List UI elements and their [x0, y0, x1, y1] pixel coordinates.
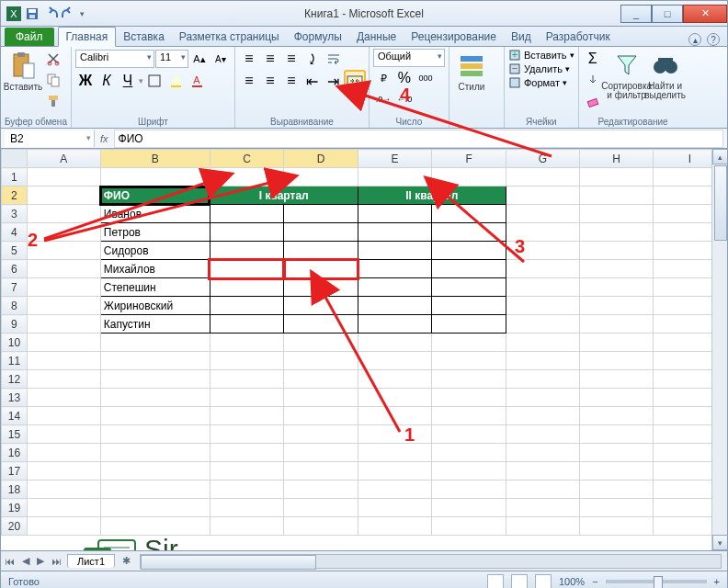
sheet-nav-first[interactable]: ⏮ [1, 556, 18, 567]
sheet-nav-prev[interactable]: ◀ [18, 555, 33, 567]
vertical-scrollbar[interactable]: ▴ ▾ [711, 149, 727, 550]
view-page-break-button[interactable] [535, 574, 552, 589]
worksheet-grid[interactable]: A B C D E F G H I 1 2ФИОI кварталII квар… [0, 149, 728, 551]
save-icon[interactable] [25, 6, 40, 21]
merge-center-button[interactable] [345, 71, 365, 91]
format-cells-button[interactable]: Формат▾ [508, 76, 567, 89]
insert-cells-button[interactable]: +Вставить▾ [508, 49, 574, 62]
find-select-button[interactable]: Найти и выделить [647, 49, 684, 102]
row-header-13[interactable]: 13 [2, 389, 28, 407]
cell-d6[interactable] [284, 260, 358, 278]
col-header-g[interactable]: G [506, 150, 579, 168]
name-box[interactable]: B2 [5, 130, 95, 147]
increase-indent-button[interactable]: ⇥ [324, 71, 344, 91]
cell-c2d2-merged[interactable]: I квартал [210, 187, 358, 205]
file-tab[interactable]: Файл [5, 28, 54, 46]
cell-b4[interactable]: Петров [100, 223, 210, 242]
comma-button[interactable]: 000 [415, 68, 436, 88]
wrap-text-button[interactable] [324, 49, 344, 69]
undo-icon[interactable] [43, 6, 58, 21]
orientation-button[interactable]: ⤸ [302, 49, 323, 69]
underline-button[interactable]: Ч [118, 71, 138, 91]
minimize-button[interactable]: _ [620, 5, 652, 23]
number-format-combo[interactable]: Общий [373, 49, 445, 67]
row-header-9[interactable]: 9 [2, 315, 28, 334]
cell-c6[interactable] [210, 260, 284, 278]
tab-review[interactable]: Рецензирование [404, 28, 504, 46]
row-header-15[interactable]: 15 [2, 425, 28, 444]
delete-cells-button[interactable]: −Удалить▾ [508, 62, 570, 75]
row-header-17[interactable]: 17 [2, 462, 28, 481]
styles-button[interactable]: Стили [453, 49, 490, 94]
cell-b6[interactable]: Михайлов [100, 260, 210, 278]
new-sheet-button[interactable]: ✱ [119, 555, 134, 567]
row-header-2[interactable]: 2 [2, 187, 28, 205]
autosum-button[interactable]: Σ [583, 49, 603, 69]
increase-decimal-button[interactable]: .0→ [373, 89, 393, 109]
sheet-nav-last[interactable]: ⏭ [48, 556, 65, 567]
row-header-12[interactable]: 12 [2, 370, 28, 389]
col-header-b[interactable]: B [100, 150, 210, 168]
cell-b9[interactable]: Капустин [100, 315, 210, 334]
cell-b7[interactable]: Степешин [100, 278, 210, 297]
scroll-up-button[interactable]: ▴ [712, 149, 728, 164]
row-header-3[interactable]: 3 [2, 205, 28, 223]
horizontal-scrollbar[interactable] [140, 554, 722, 569]
grow-font-button[interactable]: A▴ [189, 49, 210, 69]
tab-formulas[interactable]: Формулы [287, 28, 349, 46]
zoom-in-button[interactable]: + [714, 576, 720, 587]
align-center-button[interactable]: ≡ [260, 71, 280, 91]
decrease-indent-button[interactable]: ⇤ [302, 71, 323, 91]
format-painter-button[interactable] [43, 91, 63, 111]
align-right-button[interactable]: ≡ [281, 71, 301, 91]
tab-developer[interactable]: Разработчик [539, 28, 618, 46]
paste-button[interactable]: Вставить [5, 49, 41, 94]
row-header-14[interactable]: 14 [2, 407, 28, 425]
formula-input[interactable]: ФИО [114, 130, 723, 148]
view-normal-button[interactable] [487, 574, 504, 589]
col-header-f[interactable]: F [432, 150, 506, 168]
fx-icon[interactable]: fx [100, 133, 108, 144]
tab-insert[interactable]: Вставка [116, 28, 172, 46]
select-all-corner[interactable] [2, 150, 28, 168]
row-header-16[interactable]: 16 [2, 444, 28, 462]
align-top-button[interactable]: ≡ [239, 49, 259, 69]
row-header-5[interactable]: 5 [2, 242, 28, 260]
tab-page-layout[interactable]: Разметка страницы [172, 28, 287, 46]
sheet-tab-1[interactable]: Лист1 [67, 554, 115, 568]
zoom-slider[interactable] [606, 580, 707, 583]
align-bottom-button[interactable]: ≡ [281, 49, 301, 69]
shrink-font-button[interactable]: A▾ [210, 49, 231, 69]
redo-icon[interactable] [62, 6, 76, 21]
col-header-e[interactable]: E [358, 150, 432, 168]
row-header-18[interactable]: 18 [2, 481, 28, 499]
row-header-6[interactable]: 6 [2, 260, 28, 278]
decrease-decimal-button[interactable]: ←.0 [394, 89, 415, 109]
ribbon-minimize-icon[interactable]: ▴ [688, 33, 701, 46]
italic-button[interactable]: К [97, 71, 117, 91]
sheet-nav-next[interactable]: ▶ [33, 555, 48, 567]
cell-b8[interactable]: Жириновский [100, 297, 210, 315]
bold-button[interactable]: Ж [75, 71, 96, 91]
font-name-combo[interactable]: Calibri [75, 50, 154, 68]
align-left-button[interactable]: ≡ [239, 71, 259, 91]
cell-b5[interactable]: Сидоров [100, 242, 210, 260]
col-header-h[interactable]: H [579, 150, 653, 168]
font-color-button[interactable]: A [187, 71, 207, 91]
sort-filter-button[interactable]: Сортировка и фильтр [609, 49, 645, 102]
tab-view[interactable]: Вид [504, 28, 539, 46]
row-header-20[interactable]: 20 [2, 517, 28, 536]
percent-button[interactable]: % [394, 68, 415, 88]
scroll-down-button[interactable]: ▾ [712, 535, 728, 550]
tab-home[interactable]: Главная [58, 27, 117, 47]
row-header-10[interactable]: 10 [2, 334, 28, 352]
border-button[interactable] [144, 71, 165, 91]
col-header-c[interactable]: C [210, 150, 284, 168]
fill-color-button[interactable] [165, 71, 186, 91]
zoom-level[interactable]: 100% [559, 576, 585, 587]
font-size-combo[interactable]: 11 [155, 50, 188, 68]
cut-button[interactable] [43, 49, 63, 69]
zoom-out-button[interactable]: − [592, 576, 597, 587]
row-header-19[interactable]: 19 [2, 499, 28, 517]
col-header-d[interactable]: D [284, 150, 358, 168]
